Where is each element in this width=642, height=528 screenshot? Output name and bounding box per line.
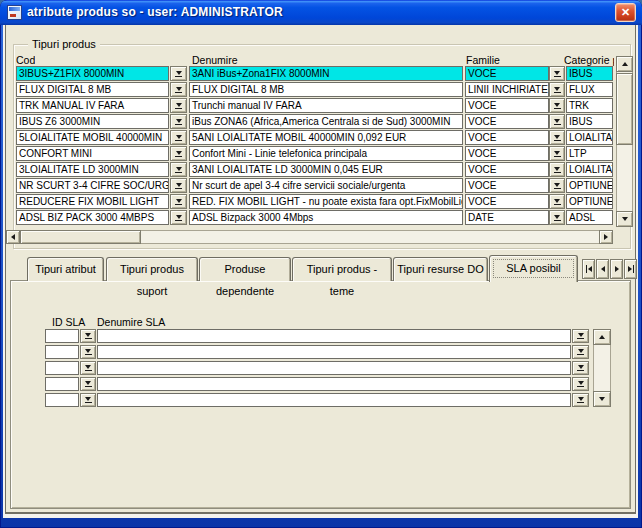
cod-dropdown-button[interactable] bbox=[170, 66, 187, 81]
sla-id-field[interactable] bbox=[45, 345, 79, 359]
cod-dropdown-button[interactable] bbox=[170, 146, 187, 161]
tab-scroll-first-button[interactable] bbox=[582, 259, 595, 279]
familie-dropdown-button[interactable] bbox=[549, 178, 565, 193]
categorie-field[interactable]: FLUX bbox=[566, 82, 613, 97]
categorie-field[interactable]: LOIALITATE bbox=[566, 162, 613, 177]
denumire-field[interactable]: 3ANI iBus+Zona1FIX 8000MIN bbox=[189, 66, 463, 81]
familie-field[interactable]: VOCE bbox=[465, 146, 549, 161]
cod-field[interactable]: IBUS Z6 3000MIN bbox=[16, 114, 169, 129]
tab-tipuri-resurse-do[interactable]: Tipuri resurse DO bbox=[393, 257, 488, 281]
familie-field[interactable]: VOCE bbox=[465, 178, 549, 193]
familie-dropdown-button[interactable] bbox=[549, 130, 565, 145]
cod-dropdown-button[interactable] bbox=[170, 162, 187, 177]
scroll-down-button[interactable] bbox=[616, 211, 633, 227]
sla-denumire-field[interactable] bbox=[97, 393, 571, 407]
familie-field[interactable]: VOCE bbox=[465, 130, 549, 145]
tab-scroll-last-button[interactable] bbox=[624, 259, 637, 279]
sla-denumire-field[interactable] bbox=[97, 345, 571, 359]
scroll-left-button[interactable] bbox=[6, 230, 20, 244]
sla-scroll-down-button[interactable] bbox=[593, 391, 611, 407]
familie-field[interactable]: VOCE bbox=[465, 114, 549, 129]
denumire-field[interactable]: ADSL Bizpack 3000 4Mbps bbox=[189, 210, 463, 225]
denumire-field[interactable]: Trunchi manual IV FARA bbox=[189, 98, 463, 113]
cod-field[interactable]: REDUCERE FIX MOBIL LIGHT bbox=[16, 194, 169, 209]
sla-scroll-up-button[interactable] bbox=[593, 329, 611, 345]
familie-field[interactable]: VOCE bbox=[465, 98, 549, 113]
tab-tipuri-produs-teme[interactable]: Tipuri produs - teme bbox=[292, 257, 392, 281]
sla-id-dropdown-button[interactable] bbox=[80, 361, 96, 375]
down-arrow-from-bar-icon bbox=[577, 349, 584, 355]
sla-denumire-dropdown-button[interactable] bbox=[572, 345, 589, 359]
denumire-field[interactable]: RED. FIX MOBIL LIGHT - nu poate exista f… bbox=[189, 194, 463, 209]
sla-denumire-field[interactable] bbox=[97, 377, 571, 391]
sla-denumire-dropdown-button[interactable] bbox=[572, 329, 589, 343]
sla-id-dropdown-button[interactable] bbox=[80, 345, 96, 359]
familie-dropdown-button[interactable] bbox=[549, 66, 565, 81]
grid-vscroll-thumb[interactable] bbox=[616, 73, 633, 145]
familie-field[interactable]: LINII INCHIRIATE bbox=[465, 82, 549, 97]
sla-id-field[interactable] bbox=[45, 329, 79, 343]
cod-dropdown-button[interactable] bbox=[170, 130, 187, 145]
cod-field[interactable]: FLUX DIGITAL 8 MB bbox=[16, 82, 169, 97]
sla-denumire-field[interactable] bbox=[97, 361, 571, 375]
cod-field[interactable]: TRK MANUAL IV FARA bbox=[16, 98, 169, 113]
sla-id-dropdown-button[interactable] bbox=[80, 377, 96, 391]
cod-dropdown-button[interactable] bbox=[170, 98, 187, 113]
categorie-field[interactable]: LOIALITATE bbox=[566, 130, 613, 145]
tab-sla-posibil[interactable]: SLA posibil bbox=[489, 255, 578, 282]
familie-dropdown-button[interactable] bbox=[549, 114, 565, 129]
cod-field[interactable]: 3IBUS+Z1FIX 8000MIN bbox=[16, 66, 169, 81]
tab-produse-dependente[interactable]: Produse dependente bbox=[199, 257, 291, 281]
familie-dropdown-button[interactable] bbox=[549, 146, 565, 161]
cod-dropdown-button[interactable] bbox=[170, 114, 187, 129]
cod-dropdown-button[interactable] bbox=[170, 210, 187, 225]
familie-dropdown-button[interactable] bbox=[549, 210, 565, 225]
denumire-field[interactable]: Confort Mini - Linie telefonica principa… bbox=[189, 146, 463, 161]
denumire-field[interactable]: FLUX DIGITAL 8 MB bbox=[189, 82, 463, 97]
categorie-field[interactable]: OPTIUNE bbox=[566, 194, 613, 209]
categorie-field[interactable]: IBUS bbox=[566, 66, 613, 81]
familie-dropdown-button[interactable] bbox=[549, 98, 565, 113]
tab-tipuri-produs-suport[interactable]: Tipuri produs suport bbox=[106, 257, 198, 281]
sla-denumire-dropdown-button[interactable] bbox=[572, 377, 589, 391]
denumire-field[interactable]: iBus ZONA6 (Africa,America Centrala si d… bbox=[189, 114, 463, 129]
familie-dropdown-button[interactable] bbox=[549, 82, 565, 97]
familie-dropdown-button[interactable] bbox=[549, 162, 565, 177]
sla-id-field[interactable] bbox=[45, 393, 79, 407]
tab-tipuri-atribut[interactable]: Tipuri atribut bbox=[27, 257, 104, 281]
categorie-field[interactable]: IBUS bbox=[566, 114, 613, 129]
cod-dropdown-button[interactable] bbox=[170, 178, 187, 193]
familie-field[interactable]: VOCE bbox=[465, 194, 549, 209]
denumire-field[interactable]: 3ANI LOIALITATE LD 3000MIN 0,045 EUR bbox=[189, 162, 463, 177]
grid-hscroll-thumb[interactable] bbox=[20, 230, 141, 244]
familie-field[interactable]: VOCE bbox=[465, 162, 549, 177]
cod-field[interactable]: 5LOIALITATE MOBIL 40000MIN bbox=[16, 130, 169, 145]
scroll-up-button[interactable] bbox=[616, 56, 633, 72]
sla-id-field[interactable] bbox=[45, 361, 79, 375]
categorie-field[interactable]: OPTIUNE bbox=[566, 178, 613, 193]
tab-scroll-prev-button[interactable] bbox=[596, 259, 609, 279]
sla-denumire-field[interactable] bbox=[97, 329, 571, 343]
denumire-field[interactable]: Nr scurt de apel 3-4 cifre servicii soci… bbox=[189, 178, 463, 193]
cod-dropdown-button[interactable] bbox=[170, 82, 187, 97]
cod-dropdown-button[interactable] bbox=[170, 194, 187, 209]
sla-denumire-dropdown-button[interactable] bbox=[572, 393, 589, 407]
denumire-field[interactable]: 5ANI LOIALITATE MOBIL 40000MIN 0,092 EUR bbox=[189, 130, 463, 145]
close-button[interactable]: ✕ bbox=[615, 3, 636, 22]
familie-field[interactable]: DATE bbox=[465, 210, 549, 225]
cod-field[interactable]: 3LOIALITATE LD 3000MIN bbox=[16, 162, 169, 177]
sla-id-dropdown-button[interactable] bbox=[80, 393, 96, 407]
categorie-field[interactable]: ADSL bbox=[566, 210, 613, 225]
familie-field[interactable]: VOCE bbox=[465, 66, 549, 81]
cod-field[interactable]: CONFORT MINI bbox=[16, 146, 169, 161]
sla-id-field[interactable] bbox=[45, 377, 79, 391]
cod-field[interactable]: ADSL BIZ PACK 3000 4MBPS bbox=[16, 210, 169, 225]
categorie-field[interactable]: LTP bbox=[566, 146, 613, 161]
scroll-right-button[interactable] bbox=[599, 230, 613, 244]
tab-scroll-next-button[interactable] bbox=[610, 259, 623, 279]
sla-id-dropdown-button[interactable] bbox=[80, 329, 96, 343]
familie-dropdown-button[interactable] bbox=[549, 194, 565, 209]
sla-denumire-dropdown-button[interactable] bbox=[572, 361, 589, 375]
cod-field[interactable]: NR SCURT 3-4 CIFRE SOC/URG bbox=[16, 178, 169, 193]
categorie-field[interactable]: TRK bbox=[566, 98, 613, 113]
